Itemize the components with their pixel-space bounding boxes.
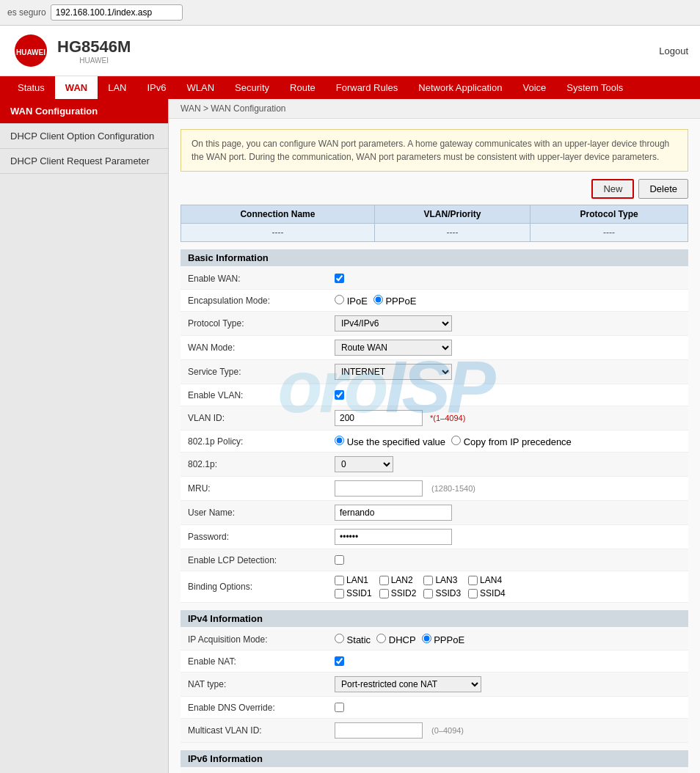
password-label: Password: xyxy=(188,532,335,542)
table-cell-proto: ---- xyxy=(531,224,688,242)
mru-label: MRU: xyxy=(188,483,335,494)
PPPoE-radio[interactable] xyxy=(373,295,383,304)
lan3-label[interactable]: LAN3 xyxy=(423,575,461,585)
ipv4-dhcp-label[interactable]: DHCP xyxy=(376,634,415,645)
ipv4-section: IPv4 Information IP Acquisition Mode: St… xyxy=(181,610,688,743)
tab-wlan[interactable]: WLAN xyxy=(177,76,225,99)
ipv4-pppoe-label[interactable]: PPPoE xyxy=(422,634,465,645)
nat-type-label: NAT type: xyxy=(188,679,335,689)
ssid1-label[interactable]: SSID1 xyxy=(335,588,372,598)
tab-status[interactable]: Status xyxy=(7,76,55,99)
enable-dns-value xyxy=(335,703,681,712)
tab-ipv6[interactable]: IPv6 xyxy=(137,76,177,99)
wan-mode-label: WAN Mode: xyxy=(188,342,335,353)
vlan-id-input[interactable] xyxy=(335,410,423,426)
lan3-checkbox[interactable] xyxy=(423,576,433,585)
protocol-type-select[interactable]: IPv4/IPv6 IPv4 IPv6 xyxy=(335,315,452,331)
specified-radio[interactable] xyxy=(335,436,344,445)
enable-wan-row: Enable WAN: xyxy=(181,268,688,290)
ssid3-checkbox[interactable] xyxy=(423,589,433,598)
ipv4-title: IPv4 Information xyxy=(181,610,688,627)
ssid4-checkbox[interactable] xyxy=(468,589,478,598)
ipv4-dhcp-radio[interactable] xyxy=(376,634,386,643)
ipv4-static-radio[interactable] xyxy=(335,634,344,643)
sidebar-item-dhcp-request[interactable]: DHCP Client Request Parameter xyxy=(0,149,168,174)
copy-ip-radio-label[interactable]: Copy from IP precedence xyxy=(451,436,572,447)
password-input[interactable] xyxy=(335,529,452,545)
url-bar[interactable] xyxy=(51,4,183,21)
password-value xyxy=(335,529,681,545)
ssid2-label[interactable]: SSID2 xyxy=(379,588,417,598)
enable-vlan-checkbox[interactable] xyxy=(335,390,344,400)
iPoE-radio[interactable] xyxy=(335,295,344,304)
lan1-checkbox[interactable] xyxy=(335,576,344,585)
binding-grid: LAN1 LAN2 LAN3 LAN4 SSID1 SSID2 SSID3 SS… xyxy=(335,575,506,598)
802-1p-row: 802.1p: 0 1 2 3 4 5 6 7 xyxy=(181,453,688,477)
tab-route[interactable]: Route xyxy=(280,76,326,99)
enable-lcp-row: Enable LCP Detection: xyxy=(181,549,688,571)
policy-802-1p-label: 802.1p Policy: xyxy=(188,436,335,447)
wan-mode-row: WAN Mode: Route WAN Bridge WAN xyxy=(181,336,688,360)
802-1p-select[interactable]: 0 1 2 3 4 5 6 7 xyxy=(335,456,393,472)
enable-wan-checkbox[interactable] xyxy=(335,274,344,283)
lan4-checkbox[interactable] xyxy=(468,576,478,585)
new-button[interactable]: New xyxy=(591,179,634,199)
tab-network-application[interactable]: Network Application xyxy=(408,76,512,99)
enable-nat-checkbox[interactable] xyxy=(335,656,344,666)
service-type-label: Service Type: xyxy=(188,367,335,377)
tab-lan[interactable]: LAN xyxy=(98,76,136,99)
mru-value: (1280-1540) xyxy=(335,480,681,497)
svg-text:HUAWEI: HUAWEI xyxy=(16,48,45,56)
lan1-label[interactable]: LAN1 xyxy=(335,575,372,585)
PPPoE-option[interactable]: PPPoE xyxy=(373,295,417,307)
mru-hint: (1280-1540) xyxy=(431,484,475,493)
basic-info-section: Basic Information Enable WAN: Encapsulat… xyxy=(181,249,688,603)
delete-button[interactable]: Delete xyxy=(638,179,688,199)
tab-system-tools[interactable]: System Tools xyxy=(556,76,633,99)
nat-type-row: NAT type: Port-restricted cone NAT Full … xyxy=(181,673,688,697)
copy-ip-radio[interactable] xyxy=(451,436,461,445)
encapsulation-value: IPoE PPPoE xyxy=(335,295,681,307)
main-content: WAN > WAN Configuration On this page, yo… xyxy=(169,99,700,773)
enable-lcp-label: Enable LCP Detection: xyxy=(188,555,335,565)
ssid2-checkbox[interactable] xyxy=(379,589,389,598)
binding-value: LAN1 LAN2 LAN3 LAN4 SSID1 SSID2 SSID3 SS… xyxy=(335,575,681,598)
table-cell-vlan: ---- xyxy=(374,224,530,242)
ipv4-static-label[interactable]: Static xyxy=(335,634,371,645)
tab-wan[interactable]: WAN xyxy=(55,76,98,99)
enable-wan-label: Enable WAN: xyxy=(188,274,335,284)
lan2-label[interactable]: LAN2 xyxy=(379,575,417,585)
enable-lcp-value xyxy=(335,555,681,565)
ipv4-multicast-input[interactable] xyxy=(335,722,423,739)
protocol-type-label: Protocol Type: xyxy=(188,318,335,329)
service-type-select[interactable]: INTERNET OTHER xyxy=(335,364,452,380)
sidebar-item-wan-config[interactable]: WAN Configuration xyxy=(0,99,168,124)
tab-forward-rules[interactable]: Forward Rules xyxy=(326,76,409,99)
logout-button[interactable]: Logout xyxy=(659,45,688,56)
vlan-id-hint: *(1–4094) xyxy=(430,414,465,422)
specified-radio-label[interactable]: Use the specified value xyxy=(335,436,445,447)
nat-type-select[interactable]: Port-restricted cone NAT Full cone NAT R… xyxy=(335,676,481,692)
enable-dns-checkbox[interactable] xyxy=(335,703,344,712)
browser-bar: es seguro xyxy=(0,0,700,26)
ssid1-checkbox[interactable] xyxy=(335,589,344,598)
enable-dns-label: Enable DNS Override: xyxy=(188,703,335,713)
username-input[interactable] xyxy=(335,505,452,521)
ssid3-label[interactable]: SSID3 xyxy=(423,588,461,598)
ipv4-pppoe-radio[interactable] xyxy=(422,634,431,643)
ssid4-label[interactable]: SSID4 xyxy=(468,588,506,598)
vlan-id-label: VLAN ID: xyxy=(188,413,335,423)
lan2-checkbox[interactable] xyxy=(379,576,389,585)
ipv6-title: IPv6 Information xyxy=(181,750,688,767)
lan4-label[interactable]: LAN4 xyxy=(468,575,506,585)
mru-input[interactable] xyxy=(335,480,423,497)
ipv4-multicast-hint: (0–4094) xyxy=(431,726,464,735)
brand-label: HUAWEI xyxy=(57,56,131,65)
tab-voice[interactable]: Voice xyxy=(512,76,556,99)
tab-security[interactable]: Security xyxy=(225,76,280,99)
sidebar-item-dhcp-option[interactable]: DHCP Client Option Configuration xyxy=(0,124,168,149)
iPoE-option[interactable]: IPoE xyxy=(335,295,368,307)
table-cell-conn: ---- xyxy=(181,224,375,242)
wan-mode-select[interactable]: Route WAN Bridge WAN xyxy=(335,340,452,356)
enable-lcp-checkbox[interactable] xyxy=(335,555,344,565)
